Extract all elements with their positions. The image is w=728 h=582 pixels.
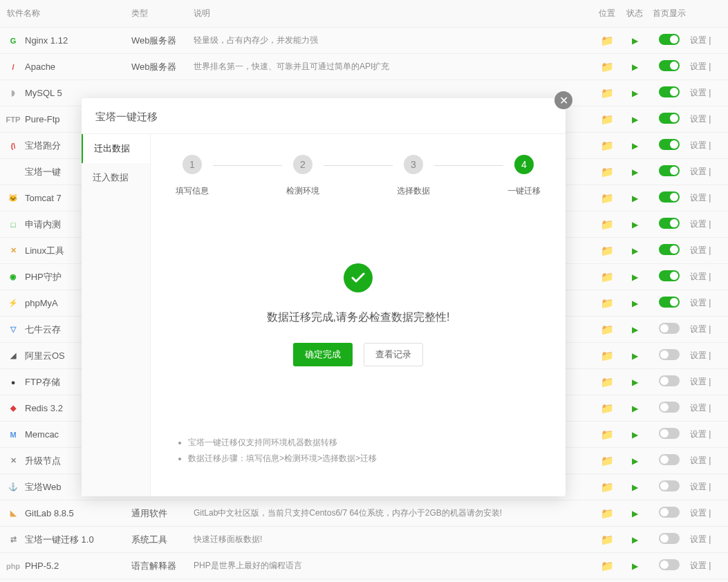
step-2: 2 检测环境 — [282, 155, 324, 197]
step-label: 检测环境 — [286, 185, 319, 197]
step-1: 1 填写信息 — [171, 155, 213, 197]
step-number: 1 — [183, 155, 202, 174]
step-line — [213, 165, 282, 166]
step-label: 填写信息 — [176, 185, 209, 197]
migration-modal: ✕ 宝塔一键迁移 迁出数据 迁入数据 1 填写信息 2 检测环境 3 选择数 — [82, 98, 566, 496]
result-panel: 数据迁移完成,请务必检查数据完整性! 确定完成 查看记录 — [165, 197, 552, 433]
sidebar-item-export[interactable]: 迁出数据 — [82, 134, 150, 163]
sidebar-item-import[interactable]: 迁入数据 — [82, 163, 150, 192]
confirm-button[interactable]: 确定完成 — [293, 343, 353, 366]
step-label: 一键迁移 — [507, 185, 541, 197]
step-line — [434, 165, 503, 166]
modal-title: 宝塔一键迁移 — [82, 98, 566, 134]
view-log-button[interactable]: 查看记录 — [364, 343, 423, 366]
step-number: 4 — [514, 155, 534, 174]
result-buttons: 确定完成 查看记录 — [293, 343, 423, 366]
step-indicator: 1 填写信息 2 检测环境 3 选择数据 4 一键迁移 — [165, 155, 552, 197]
step-4: 4 一键迁移 — [503, 155, 545, 197]
check-icon — [344, 263, 373, 292]
step-number: 2 — [293, 155, 312, 174]
step-number: 3 — [404, 155, 423, 174]
modal-sidebar: 迁出数据 迁入数据 — [82, 134, 151, 496]
result-message: 数据迁移完成,请务必检查数据完整性! — [267, 310, 450, 325]
note-item: 数据迁移步骤：填写信息>检测环境>选择数据>迁移 — [188, 453, 538, 464]
modal-main: 1 填写信息 2 检测环境 3 选择数据 4 一键迁移 — [151, 134, 566, 496]
step-3: 3 选择数据 — [393, 155, 434, 197]
step-line — [324, 165, 393, 166]
note-item: 宝塔一键迁移仅支持同环境机器数据转移 — [188, 437, 538, 449]
close-icon[interactable]: ✕ — [554, 91, 572, 109]
step-label: 选择数据 — [397, 185, 430, 197]
notes: 宝塔一键迁移仅支持同环境机器数据转移 数据迁移步骤：填写信息>检测环境>选择数据… — [165, 433, 552, 482]
